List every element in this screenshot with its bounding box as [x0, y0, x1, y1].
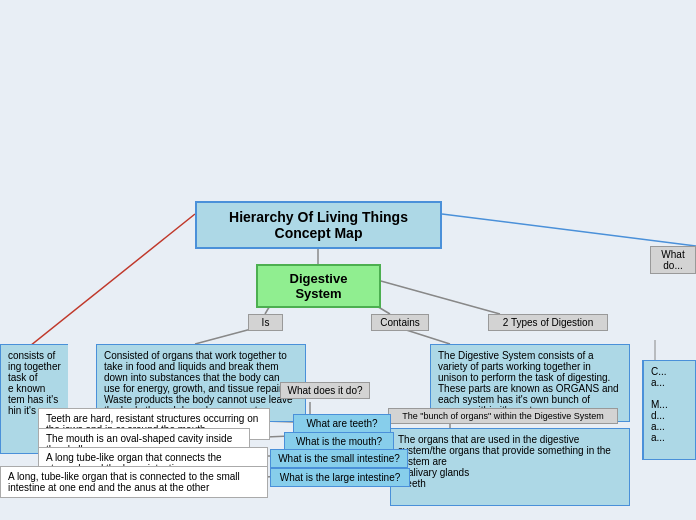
contains-label[interactable]: Contains: [371, 314, 429, 331]
svg-line-2: [442, 214, 696, 246]
mouth-question-text: What is the mouth?: [296, 436, 382, 447]
right-partial-node[interactable]: C... a... M... d... a... a...: [642, 360, 696, 460]
whatdoesit-label[interactable]: What does it do?: [280, 382, 370, 399]
large-intestine-answer-node[interactable]: A long, tube-like organ that is connecte…: [0, 466, 268, 498]
whatdoesit-text: What does it do?: [287, 385, 362, 396]
2types-label[interactable]: 2 Types of Digestion: [488, 314, 608, 331]
digestive-system-text: Digestive System: [290, 271, 348, 301]
2types-text: 2 Types of Digestion: [503, 317, 593, 328]
whatdo-label[interactable]: What do...: [650, 246, 696, 274]
is-label[interactable]: Is: [248, 314, 283, 331]
large-intestine-answer-text: A long, tube-like organ that is connecte…: [8, 471, 240, 493]
concept-map: Hierarchy Of Living Things Concept Map D…: [0, 0, 696, 520]
left-partial-text: consists of ing together task of e known…: [8, 350, 61, 416]
is-description-text: Consisted of organs that work together t…: [104, 350, 293, 416]
bunch-organs-label[interactable]: The "bunch of organs" within the Digesti…: [388, 408, 618, 424]
large-intestine-question-node[interactable]: What is the large intestine?: [270, 468, 410, 487]
bunch-organs-text: The "bunch of organs" within the Digesti…: [402, 411, 604, 421]
teeth-question-node[interactable]: What are teeth?: [293, 414, 391, 433]
main-title-node[interactable]: Hierarchy Of Living Things Concept Map: [195, 201, 442, 249]
contains-text: Contains: [380, 317, 419, 328]
svg-line-6: [195, 328, 255, 344]
large-intestine-question-text: What is the large intestine?: [280, 472, 401, 483]
contains-description-text: The Digestive System consists of a varie…: [438, 350, 619, 416]
teeth-question-text: What are teeth?: [306, 418, 377, 429]
organs-used-node[interactable]: The organs that are used in the digestiv…: [390, 428, 630, 506]
right-partial-text: C... a... M... d... a... a...: [651, 366, 668, 443]
small-intestine-question-text: What is the small intestine?: [278, 453, 400, 464]
svg-line-5: [370, 278, 500, 314]
is-text: Is: [262, 317, 270, 328]
whatdo-text: What do...: [661, 249, 684, 271]
organs-used-text: The organs that are used in the digestiv…: [398, 434, 611, 489]
main-title-text: Hierarchy Of Living Things Concept Map: [229, 209, 408, 241]
small-intestine-question-node[interactable]: What is the small intestine?: [270, 449, 408, 468]
digestive-system-node[interactable]: Digestive System: [256, 264, 381, 308]
